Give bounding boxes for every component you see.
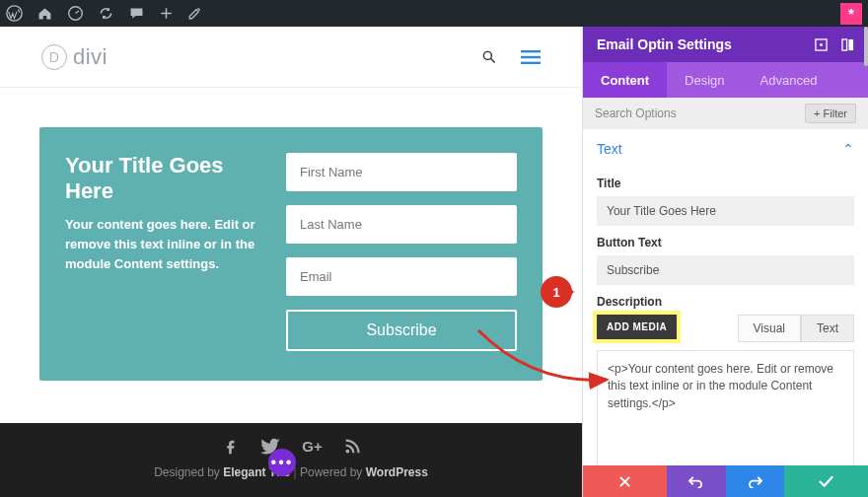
svg-rect-4 — [521, 55, 541, 57]
description-label: Description — [597, 295, 854, 309]
svg-rect-5 — [521, 61, 541, 63]
editor-tab-text[interactable]: Text — [801, 315, 854, 342]
description-editor[interactable]: <p>Your content goes here. Edit or remov… — [597, 350, 854, 465]
plus-icon[interactable] — [159, 6, 174, 21]
optin-title: Your Title Goes Here — [65, 153, 262, 205]
rss-icon[interactable] — [344, 438, 361, 456]
filter-button[interactable]: + Filter — [805, 104, 856, 123]
menu-icon[interactable] — [521, 50, 541, 64]
site-preview: D divi Your Title Goes Here Your content… — [0, 27, 582, 497]
settings-panel: Email Optin Settings Content Design Adva… — [582, 27, 868, 497]
panel-header: Email Optin Settings — [583, 27, 868, 62]
editor-tab-visual[interactable]: Visual — [738, 315, 801, 342]
svg-point-8 — [820, 43, 823, 46]
home-icon[interactable] — [36, 5, 53, 22]
svg-rect-9 — [842, 38, 847, 49]
title-input[interactable] — [597, 196, 854, 226]
cancel-button[interactable] — [583, 465, 667, 497]
snap-icon[interactable] — [841, 38, 854, 51]
expand-icon[interactable] — [815, 38, 828, 51]
refresh-icon[interactable] — [98, 5, 114, 22]
search-icon[interactable] — [481, 49, 497, 65]
search-options-row: Search Options + Filter — [583, 98, 868, 129]
panel-tabs: Content Design Advanced — [583, 62, 868, 98]
undo-button[interactable] — [667, 465, 726, 497]
wp-admin-bar: * — [0, 0, 868, 27]
section-text-label: Text — [597, 141, 622, 157]
email-field[interactable] — [286, 257, 517, 296]
tab-design[interactable]: Design — [667, 62, 742, 98]
svg-rect-3 — [521, 50, 541, 52]
section-text-toggle[interactable]: Text ⌃ — [597, 129, 854, 167]
first-name-field[interactable] — [286, 153, 517, 191]
google-plus-icon[interactable]: G+ — [302, 438, 322, 456]
tab-advanced[interactable]: Advanced — [743, 62, 835, 98]
save-button[interactable] — [784, 465, 868, 497]
svg-point-6 — [345, 450, 349, 454]
gauge-icon[interactable] — [67, 5, 84, 22]
chevron-up-icon: ⌃ — [842, 141, 854, 157]
scrollbar-thumb[interactable] — [864, 27, 868, 66]
site-header: D divi — [0, 27, 582, 88]
logo-mark-icon: D — [41, 44, 67, 70]
facebook-icon[interactable] — [221, 438, 239, 456]
email-optin-module[interactable]: Your Title Goes Here Your content goes h… — [39, 127, 542, 381]
panel-footer — [583, 465, 868, 497]
tab-content[interactable]: Content — [583, 62, 667, 98]
button-text-label: Button Text — [597, 236, 854, 249]
title-label: Title — [597, 177, 854, 190]
redo-button[interactable] — [726, 465, 785, 497]
comment-icon[interactable] — [128, 5, 145, 22]
button-text-input[interactable] — [597, 255, 854, 285]
search-options-placeholder[interactable]: Search Options — [595, 106, 677, 120]
svg-rect-10 — [848, 38, 853, 49]
annotation-arrow-icon — [473, 325, 621, 394]
annotation-marker-1: 1 — [541, 276, 572, 308]
pencil-icon[interactable] — [187, 6, 202, 21]
builder-dots-icon[interactable]: ••• — [268, 449, 296, 476]
logo-text: divi — [73, 44, 108, 70]
panel-title: Email Optin Settings — [597, 36, 732, 52]
plugin-badge[interactable]: * — [840, 3, 862, 25]
site-logo[interactable]: D divi — [41, 44, 108, 70]
svg-point-2 — [483, 51, 491, 59]
wordpress-icon[interactable] — [6, 5, 23, 22]
optin-description: Your content goes here. Edit or remove t… — [65, 215, 262, 274]
last-name-field[interactable] — [286, 205, 517, 244]
